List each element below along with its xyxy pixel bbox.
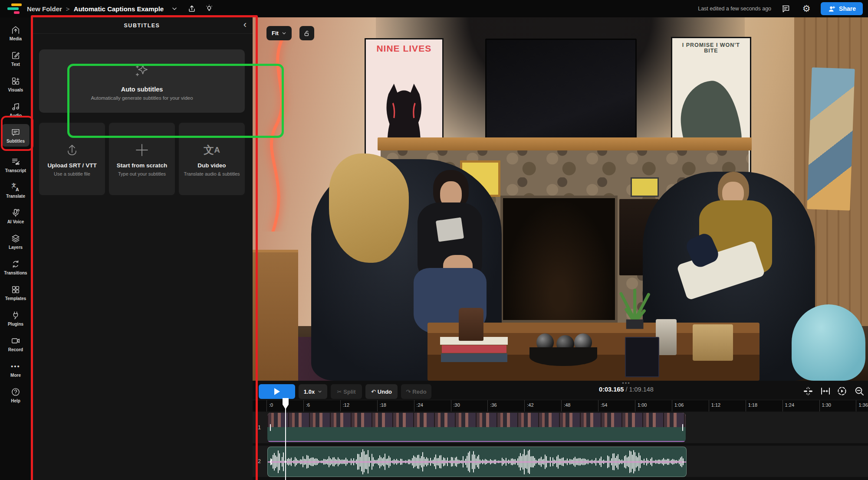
chevron-down-icon (318, 389, 322, 394)
undo-button[interactable]: ↶ Undo (365, 384, 398, 399)
media-upload-icon (11, 25, 20, 35)
sidebar-item-templates[interactable]: Templates (2, 281, 30, 304)
fit-timeline-icon[interactable] (819, 385, 832, 397)
text-edit-icon (11, 50, 20, 60)
ruler-tick: :30 (454, 402, 460, 408)
timeline-ruler[interactable]: :0:6:12:18:24:30:36:42:48:541:001:061:12… (253, 400, 868, 411)
sidebar-item-text[interactable]: Text (2, 47, 30, 70)
sidebar-item-more[interactable]: •••More (2, 358, 30, 381)
magic-cleanup-icon[interactable] (802, 385, 814, 397)
scene-left-person (410, 170, 508, 333)
plug-icon (11, 310, 20, 320)
track-row-video: 1 (253, 412, 868, 443)
timeline-resize-handle[interactable]: ••• (622, 380, 631, 386)
transcript-icon (11, 157, 20, 167)
trim-handle-left[interactable] (270, 424, 271, 431)
translate-icon: 文A (204, 140, 220, 160)
sidebar-item-record[interactable]: Record (2, 333, 30, 355)
auto-subtitles-card[interactable]: Auto subtitles Automatically generate su… (39, 49, 245, 113)
sidebar-item-visuals[interactable]: Visuals (2, 73, 30, 95)
sparkle-icon (133, 62, 151, 82)
sidebar-item-label: Visuals (8, 88, 23, 92)
ruler-tick: 1:00 (638, 402, 647, 408)
scene-plant (613, 272, 656, 330)
playhead-line[interactable] (285, 400, 286, 480)
sidebar-item-translate[interactable]: 文ATranslate (2, 179, 30, 202)
breadcrumb-folder[interactable]: New Folder (27, 5, 62, 13)
templates-grid-icon (11, 284, 20, 294)
fit-label: Fit (272, 30, 279, 36)
sidebar-item-transitions[interactable]: Transitions (2, 256, 30, 278)
sidebar-item-help[interactable]: Help (2, 384, 30, 406)
scene-tissue-box (693, 324, 733, 361)
ruler-tick: :6 (306, 402, 310, 408)
ruler-tick: :48 (564, 402, 570, 408)
help-icon (11, 387, 20, 397)
card-title: Start from scratch (117, 162, 167, 169)
current-time: 0:03.165 (599, 386, 624, 393)
sidebar-item-transcript[interactable]: Transcript (2, 153, 30, 176)
plus-icon (133, 140, 151, 160)
chevron-down-icon (282, 31, 286, 36)
poster-text: I PROMISE I WON'T BITE (675, 42, 747, 54)
split-label: Split (343, 389, 355, 395)
sidebar-item-label: Templates (5, 296, 26, 301)
undo-arrow-icon: ↶ (371, 389, 376, 395)
transitions-icon (11, 259, 20, 269)
redo-button[interactable]: ↷ Redo (401, 384, 431, 399)
loop-playback-icon[interactable] (836, 385, 848, 397)
fit-dropdown[interactable]: Fit (266, 26, 292, 40)
sidebar-item-audio[interactable]: Audio (2, 98, 30, 121)
start-from-scratch-card[interactable]: Start from scratch Type out your subtitl… (109, 123, 175, 195)
trim-handle-left[interactable] (270, 458, 271, 465)
video-canvas[interactable]: NINE LIVES NONE LEFT I PROMISE I WON'T B… (253, 17, 868, 381)
ruler-tick: :18 (380, 402, 386, 408)
translate-icon: 文A (11, 182, 20, 192)
sidebar-item-label: Audio (10, 113, 22, 118)
scene-bowl-ornaments (529, 333, 597, 366)
settings-gear-icon[interactable]: ⚙ (800, 2, 813, 15)
playback-speed-dropdown[interactable]: 1.0x (299, 384, 327, 399)
trim-handle-right[interactable] (683, 458, 684, 465)
kapwing-logo-icon[interactable] (7, 3, 23, 14)
scene-firebox (500, 196, 617, 323)
ruler-tick: :12 (343, 402, 349, 408)
scene-black-art-box (625, 337, 659, 377)
breadcrumb-separator: > (66, 5, 70, 13)
dub-video-card[interactable]: 文A Dub video Translate audio & subtitles (179, 123, 245, 195)
share-button[interactable]: Share (821, 2, 863, 15)
sidebar-item-label: Text (11, 62, 20, 67)
panel-header: SUBTITLES ‹ (31, 17, 253, 34)
title-chevron-down-icon[interactable] (168, 2, 181, 15)
upload-srt-vtt-card[interactable]: Upload SRT / VTT Use a subtitle file (39, 123, 105, 195)
unlock-button[interactable] (299, 26, 314, 40)
upload-icon (64, 140, 80, 160)
comments-icon[interactable] (779, 2, 792, 15)
ruler-tick: :36 (490, 402, 496, 408)
trim-handle-right[interactable] (682, 424, 683, 431)
video-clip[interactable] (267, 413, 686, 442)
split-button[interactable]: ✂ Split (331, 384, 362, 399)
project-title[interactable]: Automatic Captions Example (74, 5, 164, 13)
sidebar-item-label: Subtitles (7, 139, 25, 144)
scene-right-person (687, 172, 791, 339)
play-button[interactable] (259, 384, 295, 399)
audio-clip[interactable] (267, 447, 687, 477)
scene-books (440, 337, 508, 362)
zoom-out-icon[interactable] (853, 385, 865, 397)
lightbulb-icon[interactable] (203, 2, 216, 15)
ruler-tick: 1:18 (748, 402, 757, 408)
panel-collapse-chevron-icon[interactable]: ‹ (243, 19, 247, 30)
scissors-icon: ✂ (337, 389, 342, 395)
sidebar-item-plugins[interactable]: Plugins (2, 307, 30, 330)
sidebar-item-subtitles[interactable]: Subtitles (2, 124, 30, 147)
sidebar-item-label: AI Voice (7, 219, 24, 224)
sidebar-item-layers[interactable]: Layers (2, 230, 30, 253)
ruler-tick: :54 (601, 402, 607, 408)
sidebar-item-media[interactable]: Media (2, 22, 30, 44)
export-icon[interactable] (185, 2, 198, 15)
sidebar-item-label: Translate (6, 194, 25, 199)
scene-neon-light (253, 32, 302, 232)
ruler-tick: 1:12 (711, 402, 720, 408)
sidebar-item-ai-voice[interactable]: AI Voice (2, 205, 30, 227)
